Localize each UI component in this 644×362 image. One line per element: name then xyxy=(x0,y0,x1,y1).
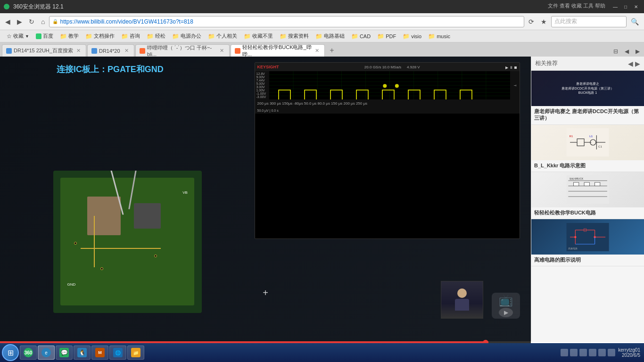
oscope-params: 20.0 GS/s 10.0 MSa/s xyxy=(364,65,401,69)
folder-icon: 📁 xyxy=(351,33,358,40)
bookmark-sousuoziliao[interactable]: 📁 搜索资料 xyxy=(277,32,312,41)
tab-bilibili-main[interactable]: 哔哩哔哩（ ´-´）つ口 干杯~-bli... ✕ xyxy=(135,44,230,57)
bookmark-visio[interactable]: 📁 visio xyxy=(400,32,424,41)
refresh-icon[interactable]: ⟳ xyxy=(526,16,537,27)
new-tab-button[interactable]: + xyxy=(326,44,338,57)
sidebar-item-4[interactable]: 高难电路 高难电路的图示说明 xyxy=(531,219,644,266)
bookmark-jingsong[interactable]: 📁 经松 xyxy=(144,32,168,41)
sidebar-item-1[interactable]: 唐老师讲电赛之 唐老师讲DCDC开关电源（第三讲） BUCK电路 1 唐老师讲电… xyxy=(531,71,644,125)
folder-icon: 📁 xyxy=(315,33,322,40)
svg-text:L1: L1 xyxy=(589,135,593,138)
forward-button[interactable]: ▶ xyxy=(15,16,25,27)
cursor-indicator: + xyxy=(263,288,268,298)
bookmark-baidu[interactable]: 百度 xyxy=(33,32,56,41)
bookmark-pdf[interactable]: 📁 PDF xyxy=(374,32,399,41)
prev-tab-button[interactable]: ◀ xyxy=(622,46,631,57)
reload-button[interactable]: ↻ xyxy=(26,16,37,27)
matlab-icon: M xyxy=(95,348,105,357)
folder-icon: 📁 xyxy=(172,33,179,40)
tab-dr14-15[interactable]: DR14*15 22UH_百度搜索 ✕ xyxy=(2,44,86,57)
window-controls: 文件 查看 收藏 工具 帮助 — □ ✕ xyxy=(548,2,640,11)
folder-icon: 📁 xyxy=(244,33,251,40)
bookmark-dianlujijchu[interactable]: 📁 电路基础 xyxy=(313,32,347,41)
thumb-bg-1: 唐老师讲电赛之 唐老师讲DCDC开关电源（第三讲） BUCK电路 1 xyxy=(531,71,644,106)
sidebar-item-title-2: B_L_Kkkr 电路示意图 xyxy=(534,162,641,169)
sidebar-next-button[interactable]: ▶ xyxy=(635,60,640,67)
bookmark-wendang[interactable]: 📁 文档操作 xyxy=(83,32,117,41)
bookmark-jiaoxue[interactable]: 📁 教学 xyxy=(57,32,82,41)
svg-point-47 xyxy=(574,236,577,238)
sys-icon-4 xyxy=(589,349,596,356)
bookmark-music[interactable]: 📁 music xyxy=(425,32,453,41)
tab-favicon xyxy=(91,48,97,54)
sidebar-thumb-3: 轻松学BUCK xyxy=(531,172,644,207)
sidebar-item-3[interactable]: 轻松学BUCK 轻轻松松教你学BUCK电路 xyxy=(531,172,644,219)
close-button[interactable]: ✕ xyxy=(632,2,640,11)
content-area: 连接IC板上：PGATE和GND xyxy=(0,57,644,362)
oscilloscope-panel: KEYSIGHT 20.0 GS/s 10.0 MSa/s 4.928 V ▶ … xyxy=(255,62,520,239)
next-tab-button[interactable]: ▶ xyxy=(633,46,642,57)
tab-close-button[interactable]: ✕ xyxy=(314,47,321,54)
taskbar-360-browser[interactable]: 360 xyxy=(20,346,37,360)
sidebar-item-title-1: 唐老师讲电赛之 唐老师讲DCDC开关电源（第三讲） xyxy=(534,108,641,122)
tab-favicon xyxy=(235,48,240,54)
folder-icon: 📁 xyxy=(403,33,410,40)
bookmark-dianyuan[interactable]: 📁 电源办公 xyxy=(169,32,204,41)
pcb-board: VB GND xyxy=(60,178,194,306)
oscope-time-scale: 200 μs 300 μs 150μs -80μs 50.0 μs 80.0 μ… xyxy=(257,101,367,106)
start-button[interactable]: ⊞ xyxy=(2,344,19,361)
bookmark-zixun[interactable]: 📁 咨询 xyxy=(118,32,143,41)
taskbar-network[interactable]: 🌐 xyxy=(109,346,126,360)
oscope-grid-svg xyxy=(269,71,510,99)
sidebar-item-2[interactable]: R1 L1 C1 B_L_Kkkr 电路示意图 xyxy=(531,125,644,172)
bookmark-collections[interactable]: ☆ 收藏 ▼ xyxy=(4,32,32,41)
minimize-button[interactable]: — xyxy=(611,2,619,11)
tab-favicon xyxy=(140,48,145,54)
tab-buck-video[interactable]: 轻轻松松教你学BUCK电路_哔哔... ✕ xyxy=(231,44,325,57)
url-display: https://www.bilibili.com/video/BV1GW4116… xyxy=(60,18,193,25)
search-bar[interactable]: 点此搜索 xyxy=(551,16,627,27)
tab-close-button[interactable]: ✕ xyxy=(123,47,130,54)
tab-close-button[interactable]: ✕ xyxy=(218,47,225,54)
taskbar-folder[interactable]: 📁 xyxy=(127,346,144,360)
video-frame[interactable]: 连接IC板上：PGATE和GND xyxy=(0,57,531,341)
nav-right: ⟳ ★ 点此搜索 🔍 xyxy=(526,16,641,27)
folder-icon: 📁 xyxy=(428,33,435,40)
taskbar-qq[interactable]: 🐧 xyxy=(74,346,91,360)
taskbar-wechat[interactable]: 💬 xyxy=(56,346,73,360)
address-bar[interactable]: 🔒 https://www.bilibili.com/video/BV1GW41… xyxy=(49,16,524,27)
bookmark-cad[interactable]: 📁 CAD xyxy=(348,32,373,41)
sidebar-thumb-2: R1 L1 C1 xyxy=(531,125,644,160)
tab-list-button[interactable]: ⊟ xyxy=(611,46,620,57)
search-placeholder: 点此搜索 xyxy=(554,17,577,25)
svg-point-17 xyxy=(383,84,387,88)
tab-close-button[interactable]: ✕ xyxy=(75,47,82,54)
main-layout: 连接IC板上：PGATE和GND xyxy=(0,57,644,362)
sidebar-header: 相关推荐 ◀ ▶ xyxy=(531,57,644,71)
tab-dr14-20[interactable]: DR14*20 ✕ xyxy=(87,44,134,57)
sidebar-prev-button[interactable]: ◀ xyxy=(628,60,633,67)
browser-icon: e xyxy=(41,348,51,357)
svg-text:C1: C1 xyxy=(598,145,602,148)
collections-icon: ☆ xyxy=(7,33,12,40)
folder-icon: 📁 xyxy=(60,33,67,40)
bookmark-icon[interactable]: ★ xyxy=(538,16,549,27)
back-button[interactable]: ◀ xyxy=(3,16,13,27)
home-button[interactable]: ⌂ xyxy=(39,16,47,27)
oscope-brand: KEYSIGHT xyxy=(257,65,279,69)
sidebar-item-title-4: 高难电路的图示说明 xyxy=(534,256,641,263)
date-display: 2020/6/5 xyxy=(618,353,640,358)
bookmark-shoucang[interactable]: 📁 收藏不里 xyxy=(241,32,276,41)
pcb-image: VB GND xyxy=(53,171,202,313)
baidu-favicon xyxy=(36,33,41,39)
bookmark-geren[interactable]: 📁 个人相关 xyxy=(205,32,240,41)
taskbar-matlab[interactable]: M xyxy=(91,346,108,360)
sidebar-item-title-3: 轻轻松松教你学BUCK电路 xyxy=(534,209,641,216)
sidebar-thumb-1: 唐老师讲电赛之 唐老师讲DCDC开关电源（第三讲） BUCK电路 1 xyxy=(531,71,644,106)
taskbar-browser-active[interactable]: e xyxy=(38,346,55,360)
network-icon: 🌐 xyxy=(113,348,123,357)
restore-button[interactable]: □ xyxy=(621,2,630,11)
360-icon: 360 xyxy=(24,348,33,357)
oscope-screen xyxy=(269,71,510,99)
search-go-button[interactable]: 🔍 xyxy=(628,16,641,27)
